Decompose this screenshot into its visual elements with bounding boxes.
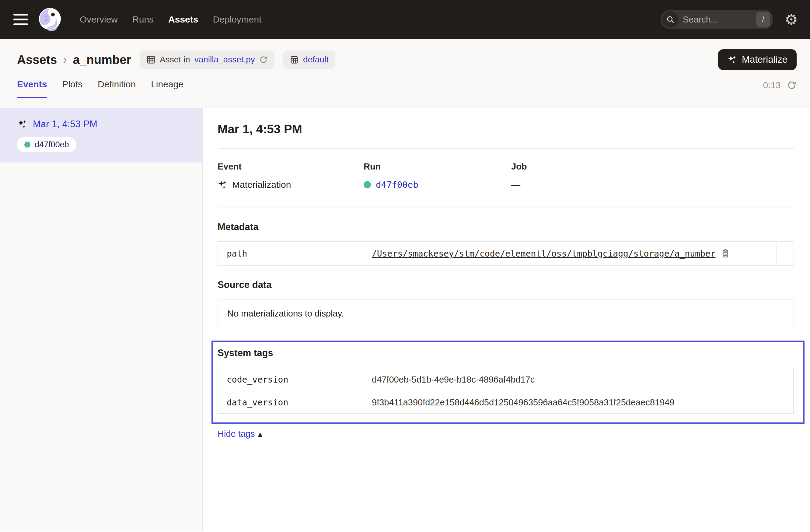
code-location-link[interactable]: default	[303, 55, 329, 65]
nav-item-deployment[interactable]: Deployment	[213, 14, 261, 25]
system-tag-key: code_version	[218, 368, 363, 391]
tab-bar: Events Plots Definition Lineage 0:13	[0, 79, 810, 98]
caret-up-icon: ▲	[258, 431, 263, 437]
event-summary-grid: Event Materialization Run d47f00eb	[217, 162, 794, 190]
metadata-path-link[interactable]: /Users/smackesey/stm/code/elementl/oss/t…	[372, 249, 715, 259]
events-sidebar: Mar 1, 4:53 PM d47f00eb	[0, 108, 203, 531]
nav-item-assets[interactable]: Assets	[168, 14, 198, 25]
tab-plots[interactable]: Plots	[62, 79, 82, 98]
metadata-actions-cell	[776, 242, 794, 265]
refresh-icon[interactable]	[787, 80, 797, 90]
reload-definition-icon[interactable]	[259, 55, 268, 64]
table-row: path /Users/smackesey/stm/code/elementl/…	[218, 242, 794, 265]
materialize-button[interactable]: Materialize	[718, 49, 797, 70]
system-tag-key: data_version	[218, 391, 363, 413]
asset-file-link[interactable]: vanilla_asset.py	[194, 55, 255, 65]
search-input[interactable]	[679, 15, 756, 25]
search-icon	[662, 11, 679, 28]
job-column-label: Job	[511, 162, 794, 172]
divider	[217, 208, 794, 208]
run-id-tag[interactable]: d47f00eb	[17, 137, 76, 152]
event-title: Mar 1, 4:53 PM	[217, 122, 794, 136]
breadcrumb-assets-link[interactable]: Assets	[17, 53, 57, 67]
hide-tags-link[interactable]: Hide tags ▲	[217, 429, 262, 439]
run-id-link[interactable]: d47f00eb	[376, 180, 418, 190]
metadata-table: path /Users/smackesey/stm/code/elementl/…	[217, 241, 794, 266]
repository-icon	[290, 55, 299, 64]
page-title: a_number	[73, 53, 131, 67]
run-column-label: Run	[363, 162, 511, 172]
run-id-label: d47f00eb	[35, 140, 69, 149]
run-status-dot	[25, 142, 30, 148]
system-tags-highlight-box: System tags code_version d47f00eb-5d1b-4…	[211, 341, 805, 424]
dagster-logo-icon[interactable]	[37, 7, 63, 32]
tab-lineage[interactable]: Lineage	[151, 79, 183, 98]
nav-item-runs[interactable]: Runs	[132, 14, 154, 25]
empty-message: No materializations to display.	[227, 309, 344, 318]
metadata-key: path	[218, 242, 363, 265]
sparkle-icon	[727, 55, 737, 65]
tab-events[interactable]: Events	[17, 79, 47, 98]
breadcrumb: Assets › a_number	[17, 53, 131, 67]
hide-tags-label: Hide tags	[217, 429, 255, 439]
divider	[217, 148, 794, 149]
sparkle-icon	[17, 119, 27, 129]
nav-item-overview[interactable]: Overview	[80, 14, 118, 25]
asset-badge-prefix: Asset in	[160, 55, 190, 65]
asset-grid-icon	[146, 55, 156, 64]
source-data-empty-state: No materializations to display.	[217, 299, 794, 328]
metadata-heading: Metadata	[217, 222, 794, 232]
top-nav: Overview Runs Assets Deployment / ⚙	[0, 0, 810, 39]
event-type-value: Materialization	[232, 180, 291, 190]
table-row: data_version 9f3b411a390fd22e158d446d5d1…	[218, 391, 793, 413]
event-timestamp-link[interactable]: Mar 1, 4:53 PM	[33, 119, 97, 130]
system-tag-value: 9f3b411a390fd22e158d446d5d12504963596aa6…	[372, 398, 675, 407]
system-tag-value: d47f00eb-5d1b-4e9e-b18c-4896af4bd17c	[372, 375, 535, 385]
event-list-item-selected[interactable]: Mar 1, 4:53 PM d47f00eb	[0, 108, 202, 162]
job-value: —	[511, 180, 520, 190]
refresh-countdown: 0:13	[763, 80, 781, 91]
search-shortcut-key: /	[756, 12, 770, 27]
page-header: Assets › a_number Asset in vanilla_asset…	[0, 39, 810, 108]
tab-definition[interactable]: Definition	[98, 79, 136, 98]
code-location-badge: default	[283, 50, 335, 69]
materialize-button-label: Materialize	[742, 54, 788, 65]
copy-clipboard-icon[interactable]	[721, 249, 730, 258]
asset-definition-badge: Asset in vanilla_asset.py	[140, 50, 274, 69]
run-status-dot	[363, 181, 371, 188]
table-row: code_version d47f00eb-5d1b-4e9e-b18c-489…	[218, 368, 793, 391]
system-tags-table: code_version d47f00eb-5d1b-4e9e-b18c-489…	[217, 368, 794, 414]
primary-nav: Overview Runs Assets Deployment	[80, 14, 262, 25]
system-tags-heading: System tags	[217, 348, 794, 358]
settings-gear-icon[interactable]: ⚙	[785, 12, 798, 27]
breadcrumb-separator: ›	[63, 53, 67, 66]
event-column-label: Event	[217, 162, 363, 172]
source-data-heading: Source data	[217, 279, 794, 290]
event-detail-panel: Mar 1, 4:53 PM Event Materialization Run	[203, 108, 810, 531]
sparkle-icon	[217, 180, 227, 190]
search-box[interactable]: /	[661, 10, 773, 29]
hamburger-menu-icon[interactable]	[13, 14, 28, 25]
